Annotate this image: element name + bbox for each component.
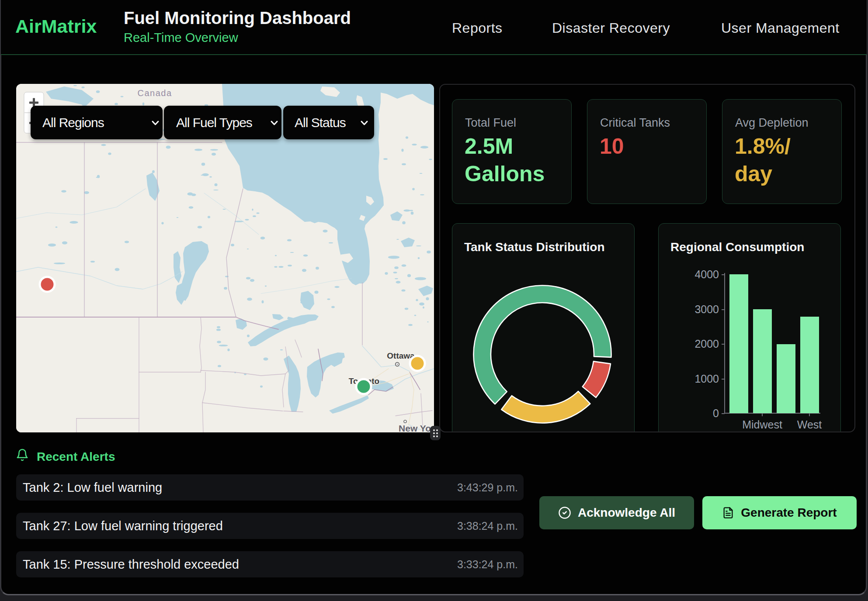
svg-text:Canada: Canada: [137, 88, 172, 98]
svg-text:3000: 3000: [694, 303, 719, 315]
svg-text:1000: 1000: [694, 373, 719, 385]
svg-text:4000: 4000: [694, 268, 719, 280]
svg-text:Midwest: Midwest: [742, 418, 782, 431]
svg-text:0: 0: [713, 407, 719, 419]
svg-text:2000: 2000: [694, 338, 719, 350]
svg-text:West: West: [797, 418, 822, 431]
svg-text:New York: New York: [399, 423, 434, 432]
